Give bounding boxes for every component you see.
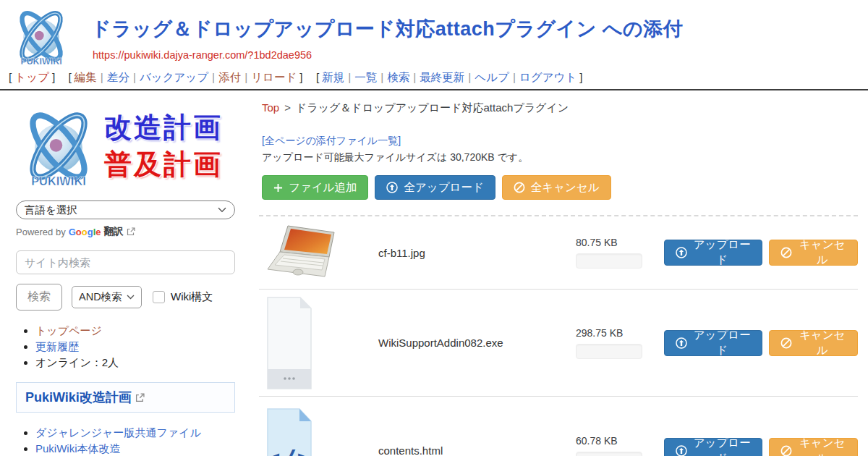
upload-progress-bar <box>576 253 642 269</box>
upload-button[interactable]: アップロード <box>664 438 762 456</box>
nav-backup-link[interactable]: バックアップ <box>140 71 208 83</box>
upload-all-button[interactable]: 全アップロード <box>375 175 495 200</box>
language-select[interactable]: 言語を選択 <box>16 200 235 219</box>
sidebar-link-core-mod[interactable]: PukiWiki本体改造 <box>35 442 121 455</box>
chevron-down-icon <box>127 295 135 300</box>
sidebar-logo-banner[interactable]: PUKIWIKI 改造計画 普及計画 <box>16 101 250 192</box>
svg-text:PUKIWIKI: PUKIWIKI <box>20 56 61 67</box>
upload-progress-bar <box>576 452 642 456</box>
ban-circle-icon <box>780 445 792 456</box>
pukiwiki-attach-page: PUKIWIKI ドラッグ＆ドロップアップロード対応attachプラグイン への… <box>0 0 868 456</box>
sidebar-bottom-links: ダジャレンジャー版共通ファイル PukiWiki本体改造 PukiWikiテキス… <box>16 425 247 456</box>
atom-logo-icon: PUKIWIKI <box>7 3 75 69</box>
breadcrumb-top-link[interactable]: Top <box>262 101 279 114</box>
add-files-button[interactable]: ファイル追加 <box>262 175 368 200</box>
nav-diff-link[interactable]: 差分 <box>107 71 129 83</box>
html-file-icon: </> <box>266 408 312 456</box>
logo-text-fukyuu: 普及計画 <box>104 146 223 183</box>
search-button[interactable]: 検索 <box>16 284 62 311</box>
language-select-value: 言語を選択 <box>25 203 77 217</box>
ban-circle-icon <box>780 337 792 349</box>
nav-new-link[interactable]: 新規 <box>322 71 344 83</box>
external-link-icon <box>127 227 135 236</box>
google-logo: Google <box>69 227 101 237</box>
upload-button[interactable]: アップロード <box>664 240 762 266</box>
file-name: cf-b11.jpg <box>357 247 576 259</box>
cancel-button[interactable]: キャンセル <box>769 330 858 356</box>
sidebar-site-title-box[interactable]: PukiWiki改造計画 <box>16 382 235 413</box>
main-content: Top>ドラッグ＆ドロップアップロード対応attachプラグイン [全ページの添… <box>250 90 868 456</box>
sidebar-link-toppage[interactable]: トップページ <box>35 324 102 337</box>
file-size: 298.75 KB <box>576 327 664 339</box>
svg-text:</>: </> <box>266 444 312 456</box>
upload-progress-bar <box>576 344 642 359</box>
all-attachments-link[interactable]: [全ページの添付ファイル一覧] <box>262 135 401 146</box>
page-header: PUKIWIKI ドラッグ＆ドロップアップロード対応attachプラグイン への… <box>0 0 868 69</box>
sidebar-link-common-files[interactable]: ダジャレンジャー版共通ファイル <box>35 426 201 439</box>
file-row: </> contents.html 60.78 KB アップロード <box>259 397 858 456</box>
sidebar-logo-text: 改造計画 普及計画 <box>104 109 223 184</box>
breadcrumb: Top>ドラッグ＆ドロップアップロード対応attachプラグイン <box>262 101 858 115</box>
list-item: ダジャレンジャー版共通ファイル <box>35 425 247 440</box>
file-name: contents.html <box>357 444 576 456</box>
powered-by-text: Powered by <box>16 227 66 237</box>
search-mode-select[interactable]: AND検索 <box>72 286 142 308</box>
site-search-input[interactable] <box>16 250 235 274</box>
nav-top-link[interactable]: トップ <box>14 71 49 83</box>
wiki-syntax-label: Wiki構文 <box>171 290 213 304</box>
nav-edit-link[interactable]: 編集 <box>75 71 97 83</box>
svg-text:PUKIWIKI: PUKIWIKI <box>31 174 86 187</box>
sidebar: PUKIWIKI 改造計画 普及計画 言語を選択 Powered by Goog… <box>0 90 250 456</box>
atom-logo-icon: PUKIWIKI <box>16 102 101 190</box>
page-url: https://pukiwiki.dajya-ranger.com/?1bd2d… <box>93 49 312 61</box>
logo-text-kaizou: 改造計画 <box>104 109 223 146</box>
nav-recent-link[interactable]: 最終更新 <box>420 71 464 83</box>
cancel-button[interactable]: キャンセル <box>769 438 858 456</box>
chevron-down-icon <box>218 207 226 213</box>
site-title-link: PukiWiki改造計画 <box>25 389 132 406</box>
nav-reload-link[interactable]: リロード <box>251 71 297 83</box>
powered-by-google: Powered by Google 翻訳 <box>16 225 250 238</box>
nav-help-link[interactable]: ヘルプ <box>475 71 509 83</box>
upload-circle-icon <box>676 337 687 349</box>
sidebar-top-links: トップページ 更新履歴 オンライン：2人 <box>16 323 247 370</box>
plus-icon <box>273 183 283 193</box>
upload-button[interactable]: アップロード <box>664 330 762 356</box>
nav-logout-link[interactable]: ログアウト <box>519 71 576 83</box>
external-link-icon <box>135 393 145 402</box>
nav-search-link[interactable]: 検索 <box>387 71 409 83</box>
nav-attach-link[interactable]: 添付 <box>218 71 241 83</box>
cancel-button[interactable]: キャンセル <box>769 240 858 266</box>
translate-label: 翻訳 <box>104 225 124 238</box>
upload-circle-icon <box>676 247 687 258</box>
sidebar-link-history[interactable]: 更新履歴 <box>35 340 79 352</box>
online-count-text: オンライン：2人 <box>35 356 119 368</box>
list-item: 更新履歴 <box>35 339 247 354</box>
bracket: [ <box>9 71 12 83</box>
file-size: 80.75 KB <box>576 237 664 248</box>
max-upload-size-text: アップロード可能最大ファイルサイズは 30,720KB です。 <box>262 151 858 164</box>
page-title: ドラッグ＆ドロップアップロード対応attachプラグイン への添付 <box>91 16 683 42</box>
search-controls: 検索 AND検索 Wiki構文 <box>16 284 250 311</box>
file-dropzone: cf-b11.jpg 80.75 KB アップロード キャンセル <box>259 215 858 456</box>
cancel-all-button[interactable]: 全キャンセル <box>502 175 611 200</box>
file-row: WikiSupportAddin082.exe 298.75 KB アップロード… <box>259 290 858 397</box>
ban-circle-icon <box>514 182 525 193</box>
nav-list-link[interactable]: 一覧 <box>354 71 377 83</box>
breadcrumb-separator: > <box>284 101 291 114</box>
ban-circle-icon <box>780 247 792 258</box>
upload-circle-icon <box>386 182 398 193</box>
laptop-photo-thumbnail <box>266 224 343 281</box>
file-row: cf-b11.jpg 80.75 KB アップロード キャンセル <box>259 216 858 290</box>
file-size: 60.78 KB <box>576 435 664 447</box>
pukiwiki-logo[interactable]: PUKIWIKI <box>7 3 75 72</box>
list-item: PukiWiki本体改造 <box>35 441 247 456</box>
generic-file-icon <box>266 296 312 390</box>
list-item: オンライン：2人 <box>35 355 247 370</box>
search-mode-value: AND検索 <box>79 290 122 304</box>
list-item: トップページ <box>35 323 247 338</box>
upload-circle-icon <box>676 445 687 456</box>
top-navbar: [トップ] [編集|差分|バックアップ|添付|リロード] [新規|一覧|検索|最… <box>0 69 868 90</box>
upload-toolbar: ファイル追加 全アップロード 全キャンセル <box>262 175 858 200</box>
wiki-syntax-checkbox[interactable] <box>153 291 165 303</box>
